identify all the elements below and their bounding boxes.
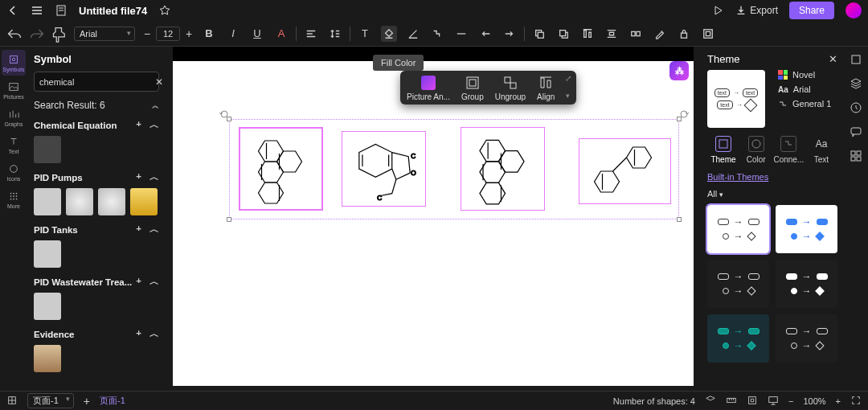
chevron-up-icon[interactable]: ︿ [149,276,159,288]
ctx-ungroup[interactable]: Ungroup [495,76,526,101]
back-icon[interactable] [6,4,19,17]
rr-format-icon[interactable] [850,53,862,66]
font-size-increase[interactable]: + [183,27,194,40]
line-color-icon[interactable] [405,26,421,42]
add-icon[interactable]: + [136,119,141,131]
section-pid-tanks[interactable]: PID Tanks +︿ [34,223,159,236]
rail-pictures[interactable]: Pictures [2,77,26,103]
bold-icon[interactable]: B [201,26,217,42]
cat-color[interactable]: Color [740,136,772,164]
fill-color-icon[interactable] [381,26,397,42]
symbol-thumb[interactable] [34,240,61,268]
theme-color-prop[interactable]: Novel [778,70,831,80]
rotate-handle[interactable] [219,109,230,120]
shape-chemical-2[interactable]: C O C [342,131,426,207]
format-painter-icon[interactable] [51,26,68,42]
ai-badge[interactable]: ⁂ [669,61,689,80]
export-button[interactable]: Export [735,4,778,17]
section-evidence[interactable]: Evidence +︿ [34,328,159,340]
theme-card[interactable]: →→ [707,260,769,308]
align-text-left-icon[interactable] [303,26,319,42]
ctx-align[interactable]: Align [537,76,555,101]
add-icon[interactable]: + [136,223,141,236]
theme-card[interactable]: →→ [707,314,769,363]
section-pid-wastewater[interactable]: PID Wastewater Trea... +︿ [34,276,159,288]
zoom-in-icon[interactable]: + [836,396,841,406]
arrow-start-icon[interactable] [477,26,493,42]
symbol-thumb[interactable] [34,293,61,320]
symbol-thumb[interactable] [34,345,61,372]
fit-page-icon[interactable] [747,395,758,408]
rotate-handle[interactable] [678,109,690,120]
theme-card[interactable]: →→ [776,205,837,253]
arrow-end-icon[interactable] [502,26,518,42]
chevron-up-icon[interactable]: ︿ [149,223,159,236]
builtin-themes-link[interactable]: Built-in Themes [707,172,768,182]
symbol-thumb[interactable] [34,136,61,163]
rail-more[interactable]: More [2,187,26,212]
rr-history-icon[interactable] [850,101,862,114]
page-select[interactable]: 页面-1 [27,393,74,408]
star-icon[interactable] [158,4,171,17]
layers-toggle-icon[interactable] [705,395,716,408]
units-icon[interactable] [726,395,737,408]
theme-connector-prop[interactable]: General 1 [778,99,831,109]
font-size-decrease[interactable]: − [141,27,153,40]
rail-text[interactable]: Text [2,132,26,158]
redo-icon[interactable] [29,26,45,42]
outline-icon[interactable] [6,395,18,408]
add-icon[interactable]: + [136,276,141,288]
file-icon[interactable] [55,4,68,17]
add-icon[interactable]: + [136,171,141,183]
lock-icon[interactable] [676,26,692,42]
search-input[interactable] [39,77,150,87]
font-family-select[interactable]: Arial [74,27,135,41]
chevron-up-icon[interactable]: ︿ [149,119,159,131]
chevron-up-icon[interactable]: ︿ [149,171,159,183]
text-tool-icon[interactable]: T [357,26,373,42]
symbol-thumb[interactable] [130,188,158,215]
rail-symbols[interactable]: Symbols [2,50,26,76]
font-size-input[interactable]: 12 [156,27,180,41]
presentation-icon[interactable] [768,395,779,408]
rail-icons[interactable]: Icons [2,159,26,185]
distribute-icon[interactable] [604,26,620,42]
theme-card[interactable]: →→ [776,314,837,363]
rr-comments-icon[interactable] [850,125,862,138]
ctx-group[interactable]: Group [461,76,484,101]
add-page-icon[interactable]: + [84,395,90,408]
clear-search-icon[interactable]: ✕ [155,76,163,88]
rail-graphs[interactable]: Graphs [2,105,26,130]
group-icon[interactable] [700,26,716,42]
collapse-all-icon[interactable]: ︽ [152,100,159,111]
shape-chemical-1[interactable] [239,127,323,211]
page-tab[interactable]: 页面-1 [100,395,125,407]
file-title[interactable]: Untitled file74 [79,5,147,17]
add-icon[interactable]: + [136,328,141,340]
line-style-icon[interactable] [453,26,469,42]
symbol-thumb[interactable] [98,188,125,215]
shape-chemical-3[interactable] [461,127,545,211]
pin-icon[interactable]: ⤢ [565,74,571,83]
ctx-picture-analysis[interactable]: Picture An... [407,76,450,101]
hamburger-icon[interactable] [31,4,43,17]
cat-theme[interactable]: Theme [707,136,739,164]
bring-front-icon[interactable] [531,26,547,42]
section-chemical-equation[interactable]: Chemical Equation +︿ [34,119,159,131]
edit-shape-icon[interactable] [652,26,668,42]
connector-style-icon[interactable] [429,26,445,42]
cat-connector[interactable]: Conne... [772,136,805,164]
theme-filter-all[interactable]: All ▾ [707,189,837,199]
theme-preview[interactable]: text→text text→ [707,70,765,128]
rr-layers-icon[interactable] [850,77,862,90]
undo-icon[interactable] [6,26,23,42]
shape-chemical-4[interactable] [579,138,671,204]
theme-card[interactable]: →→ [707,205,769,253]
close-icon[interactable]: ✕ [829,53,837,65]
play-icon[interactable] [711,4,724,17]
rr-grid-icon[interactable] [850,150,862,162]
font-color-icon[interactable]: A [273,26,289,42]
share-button[interactable]: Share [789,2,834,19]
size-match-icon[interactable] [628,26,644,42]
symbol-thumb[interactable] [34,188,61,215]
